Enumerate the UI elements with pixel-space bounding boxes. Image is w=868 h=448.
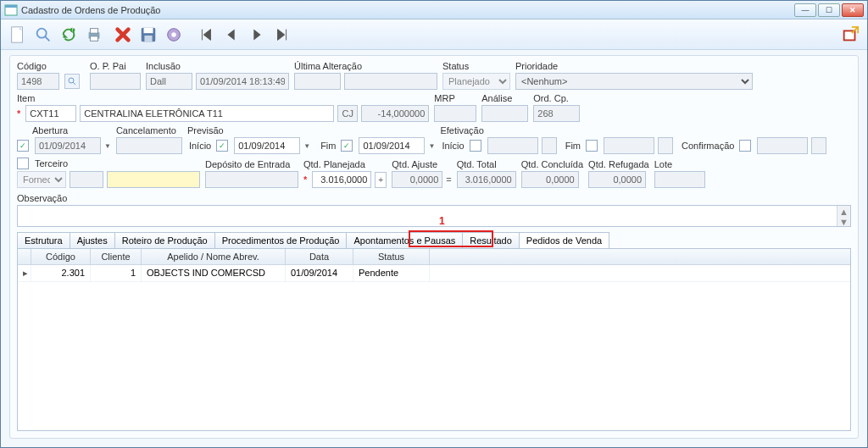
item-code-input[interactable] (25, 105, 76, 122)
qtd-refugada-label: Qtd. Refugada (588, 159, 649, 169)
previsao-label: Previsão (187, 125, 435, 136)
cell-status: Pendente (353, 265, 430, 281)
cancelamento-date-input (116, 137, 182, 154)
previsao-inicio-checkbox[interactable]: ✓ (216, 140, 228, 152)
confirmacao-label: Confirmação (682, 141, 734, 151)
svg-line-18 (73, 82, 75, 85)
codigo-lookup-button[interactable] (64, 74, 80, 89)
grid-header: Código Cliente Apelido / Nome Abrev. Dat… (18, 249, 850, 265)
prev-record-button[interactable] (220, 23, 243, 47)
row-marker: ▸ (18, 265, 31, 281)
cell-cliente: 1 (91, 265, 142, 281)
analise-input (481, 105, 528, 122)
item-qty-input (361, 105, 429, 122)
previsao-fim-label: Fim (320, 141, 336, 151)
ultima-alt-datetime-input (344, 73, 437, 90)
minimize-button[interactable]: — (794, 3, 816, 17)
observacao-textarea[interactable]: ▲▼ (17, 205, 851, 227)
terceiro-fornec-select[interactable]: Fornec. (17, 171, 66, 188)
qtd-plus-button[interactable]: + (375, 172, 387, 188)
previsao-fim-checkbox[interactable]: ✓ (341, 140, 353, 152)
abertura-checkbox[interactable]: ✓ (17, 140, 29, 152)
settings-button[interactable] (162, 23, 186, 47)
confirmacao-checkbox[interactable] (739, 140, 751, 152)
search-button[interactable] (31, 23, 55, 47)
tab-ajustes[interactable]: Ajustes (70, 232, 115, 248)
cancelamento-label: Cancelamento (116, 125, 182, 136)
ordcp-input (533, 105, 580, 122)
svg-rect-1 (5, 5, 17, 8)
window-title: Cadastro de Ordens de Produção (21, 5, 794, 15)
grid-col-cliente[interactable]: Cliente (91, 249, 142, 264)
tab-roteiro[interactable]: Roteiro de Produção (114, 232, 215, 248)
item-desc-input[interactable] (80, 105, 334, 122)
callout-number: 1 (439, 215, 445, 227)
abertura-label: Abertura (32, 125, 111, 136)
observacao-scrollbar[interactable]: ▲▼ (837, 206, 850, 226)
next-record-button[interactable] (245, 23, 269, 47)
table-row[interactable]: ▸ 2.301 1 OBJECTS IND COMERCSD 01/09/201… (18, 265, 850, 282)
tab-estrutura[interactable]: Estrutura (17, 232, 70, 248)
tab-apontamentos[interactable]: Apontamentos e Pausas (346, 232, 463, 248)
observacao-label: Observação (17, 193, 851, 203)
svg-rect-11 (144, 27, 153, 32)
abertura-date-input[interactable] (35, 137, 101, 154)
tab-procedimentos[interactable]: Procedimentos de Produção (214, 232, 348, 248)
previsao-inicio-input[interactable] (234, 137, 300, 154)
cell-codigo: 2.301 (31, 265, 91, 281)
efetivacao-inicio-checkbox[interactable] (470, 140, 481, 152)
efetivacao-fim-label: Fim (565, 141, 581, 151)
deposito-input (205, 171, 298, 188)
main-window: Cadastro de Ordens de Produção — ☐ ✕ ? C… (0, 0, 868, 448)
previsao-fim-input[interactable] (359, 137, 425, 154)
grid-col-status[interactable]: Status (353, 249, 430, 264)
delete-button[interactable] (111, 23, 135, 47)
terceiro-nome-input[interactable] (107, 171, 200, 188)
efetivacao-inicio-input (487, 137, 538, 154)
item-cj-button[interactable]: CJ (337, 105, 358, 122)
confirmacao-time-input (811, 137, 826, 154)
ultima-alt-label: Última Alteração (294, 61, 437, 71)
window-buttons: — ☐ ✕ (794, 3, 864, 17)
mrp-input (434, 105, 476, 122)
prioridade-select[interactable]: <Nenhum> (515, 73, 753, 90)
status-select[interactable]: Planejado (442, 73, 510, 90)
terceiro-checkbox[interactable] (17, 158, 29, 169)
refresh-button[interactable]: ? (57, 23, 81, 47)
qtd-ajuste-input (392, 171, 442, 188)
last-record-button[interactable] (270, 23, 294, 47)
qtd-ajuste-label: Qtd. Ajuste (392, 159, 451, 169)
print-button[interactable] (82, 23, 106, 47)
content-area: Código O. P. Pai Inclusão (1, 50, 867, 447)
svg-rect-9 (90, 36, 97, 41)
maximize-button[interactable]: ☐ (818, 3, 840, 17)
close-button[interactable]: ✕ (842, 3, 864, 17)
efetivacao-inicio-label: Início (442, 141, 464, 151)
tab-pedidos-venda[interactable]: Pedidos de Venda (519, 232, 609, 248)
first-record-button[interactable] (194, 23, 218, 47)
analise-label: Análise (481, 93, 528, 103)
save-button[interactable] (136, 23, 160, 47)
codigo-input[interactable] (17, 73, 59, 90)
efetivacao-fim-input (604, 137, 654, 154)
grid-col-data[interactable]: Data (286, 249, 353, 264)
qtd-planejada-input[interactable] (312, 171, 371, 188)
qtd-equals: = (446, 174, 451, 185)
efetivacao-fim-checkbox[interactable] (586, 140, 598, 152)
toolbar: ? (1, 19, 867, 50)
new-button[interactable] (6, 23, 30, 47)
qtd-planejada-label: Qtd. Planejada (303, 159, 387, 169)
tab-resultado[interactable]: Resultado (462, 232, 520, 248)
export-button[interactable] (838, 23, 862, 47)
grid-col-apelido[interactable]: Apelido / Nome Abrev. (142, 249, 286, 264)
qtd-refugada-input (588, 171, 646, 188)
prioridade-label: Prioridade (515, 61, 851, 71)
grid-col-codigo[interactable]: Código (31, 249, 91, 264)
efetivacao-inicio-time-input (542, 137, 557, 154)
lote-input (654, 171, 705, 188)
confirmacao-input (757, 137, 808, 154)
ordcp-label: Ord. Cp. (533, 93, 580, 103)
inclusao-label: Inclusão (146, 61, 289, 71)
cell-apelido: OBJECTS IND COMERCSD (142, 265, 286, 281)
svg-line-4 (45, 36, 50, 41)
